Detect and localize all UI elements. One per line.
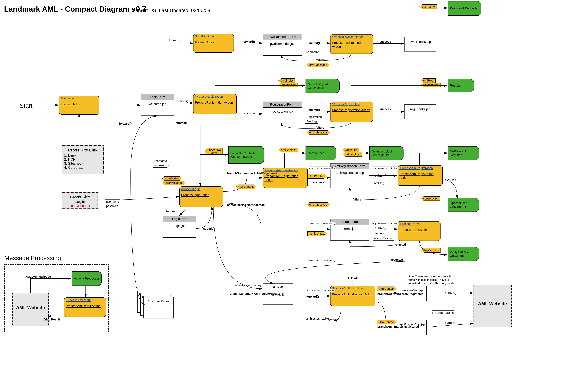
tag-loginstatus: loginStatus — [163, 176, 181, 181]
page-amlweb-l: AML Website — [12, 293, 49, 326]
form-amlreg: AmlRegistration Form amlRegistration .js… — [330, 163, 369, 188]
lbl-submit-login: submit() — [176, 121, 187, 125]
lbl-submit-aml: submit() — [375, 174, 386, 177]
action-prepreg: /PrepareRegistration PrepareRegistration… — [193, 94, 237, 114]
lbl-xmlres: XML Result — [44, 318, 60, 321]
action-procterms-path: /ProcessTerms — [398, 221, 440, 226]
tag-username-w: username — [304, 50, 322, 54]
tag-industry1: IndustryList — [278, 83, 298, 87]
csl-item-2: 3. Sitecheck — [64, 161, 101, 165]
section-msg-proc: Message Processing — [4, 255, 61, 262]
form-terms-hdr: TermsForm — [330, 219, 369, 225]
svc-getcontact: GetContact — [305, 146, 336, 160]
form-reg: RegistrationForm registration.jsp — [263, 102, 302, 123]
tag-amlcontactterms: AmlContactTerms — [205, 148, 223, 155]
action-pwdrem-name: ForwardAction — [193, 39, 234, 46]
diagram-author: Author: DS, Last Updated: 02/06/08 — [132, 8, 210, 13]
action-prepinstr-path: /PrepareAmlInstruction — [330, 286, 375, 291]
form-login-hdr: LoginForm — [141, 94, 174, 100]
cslogin-title: Cross Site Login — [64, 195, 95, 204]
tag-amlcontact6: AmlContact — [377, 287, 397, 291]
tag-contactkey: contactKey — [421, 196, 440, 201]
lbl-fwd5: forward() — [306, 295, 319, 298]
action-procamlres-name: ProcessAmlResultAction — [64, 302, 106, 310]
cookie-get-2: <<get-cookie>> contactKey — [371, 222, 399, 225]
lbl-httpget: HTTP GET — [345, 276, 360, 280]
page-pwdthanks: pwdThanks.jsp — [404, 37, 436, 51]
svc-upduser: UpdateUser GetContact — [448, 198, 479, 212]
lbl-fwd-pwd: forward() — [169, 38, 181, 42]
action-procamlres: /ProcessAmlResult ProcessAmlResultAction — [64, 297, 106, 317]
svc-pwdrem: Password Reminder — [448, 1, 481, 16]
action-procaml-path: /ProcessAmlRegistration — [398, 166, 442, 170]
form-pwdrem: PwdReminderForm pwdReminder.jsp — [263, 34, 302, 56]
diagram-title: Landmark AML - Compact Diagram v0.7 — [4, 5, 146, 13]
form-login2-body: login.jsp — [163, 222, 196, 232]
cslogin-descoped: DE-SCOPED — [64, 204, 95, 208]
lbl-fwd4: forward() — [119, 122, 132, 125]
action-prepreg-path: /PrepareRegistration — [193, 94, 236, 99]
form-terms-body: terms.jsp — [330, 225, 369, 235]
lbl-branchNotAml: branchNot AmlSearch Registered — [377, 292, 423, 296]
tag-amlcontact1: AmlContact — [278, 148, 298, 152]
tag-reg-w: Registration — [304, 115, 324, 119]
action-procreg-name: ProcessRegistration Action — [330, 106, 373, 114]
note-hidden-forms: Note: These two pages contain HTML forms… — [408, 275, 460, 285]
form-pwdrem-body: pwdReminder.jsp — [263, 40, 302, 50]
svc-getind2: GetIndustryList GetOriginList — [369, 146, 403, 160]
tag-iframeparams: IFRAME Params — [430, 311, 456, 315]
tag-origin2: OriginList — [342, 148, 359, 152]
action-procterms-name: ProcessTermsAction — [398, 226, 440, 234]
form-amlreg-body: amlRegistration .jsp — [330, 169, 369, 179]
lbl-fail-reg: failure — [316, 126, 324, 129]
form-login-body: welcome.jsp — [141, 100, 174, 110]
action-procreg-path: /ProcessRegistration — [330, 102, 373, 106]
lbl-fail-aml: failure — [353, 198, 362, 201]
form-login2-hdr: LoginForm — [163, 216, 196, 222]
lbl-success-reg0: success — [244, 111, 255, 115]
form-reg-body: registration.jsp — [263, 108, 302, 117]
tag-password-w: password — [152, 163, 169, 168]
action-procterms: /ProcessTerms ProcessTermsAction — [398, 221, 441, 241]
action-procpwd-path: /ProcessPwdReminder — [330, 35, 373, 39]
lbl-branchnot: branchNotLandmark AmlRegistered — [227, 172, 277, 175]
action-welcome-path: /Welcome — [59, 96, 99, 101]
page-amljsp-title: aml.jsp — [263, 284, 293, 292]
form-login: LoginForm welcome.jsp — [141, 94, 174, 116]
action-procpwd-name: ProcessPwdReminder Action — [330, 39, 373, 51]
tag-amlcontact5: AmlContact — [421, 248, 441, 253]
tag-password-w2: password — [104, 204, 121, 208]
lbl-amlsys: amlSystemProb — [322, 317, 344, 321]
tag-username-w2: username — [152, 159, 169, 163]
lbl-submit-login2: submit() — [203, 227, 215, 231]
page-amlsysprob: amlSystemProb.jsp — [303, 314, 334, 329]
action-welcome-name: ForwardAction — [59, 101, 99, 108]
form-reg-hdr: RegistrationForm — [263, 102, 302, 108]
lbl-submit-reg: submit() — [308, 108, 320, 112]
tag-errmsg3: errorMessage — [163, 181, 185, 185]
action-prepinstr-name: PrepareAmlInstruction Action — [330, 291, 375, 299]
form-amlreg-hdr: AmlRegistration Form — [330, 163, 369, 169]
lbl-branchland: branchLandmark AmlRegistered — [230, 292, 274, 295]
form-pwdrem-hdr: PwdReminderForm — [263, 34, 302, 40]
lbl-success-aml2: success — [445, 178, 456, 181]
lbl-success-pwd: success — [380, 40, 391, 43]
form-terms: TermsForm terms.jsp — [330, 219, 369, 241]
page-brochure: Brochure Pages — [143, 297, 174, 318]
svc-actproc: Activity Processor — [72, 271, 102, 286]
tag-amlcontact3: AmlContact — [307, 174, 327, 179]
lbl-branchAmlS: branchAml Search Registered — [377, 325, 419, 328]
tag-amlcontact4: AmlContact — [307, 231, 327, 236]
cookie-set-1: <<set-cookie>> contactKey — [308, 167, 336, 170]
action-proclogin-name: ProcessLoginAction — [180, 191, 223, 199]
cookie-get-1: <<get-cookie>> contactKey — [371, 167, 399, 170]
tag-username-top: username — [420, 4, 437, 9]
note-cross-site-link: Cross Site Link 1. Elmo 2. HCP 3. Sitech… — [62, 145, 104, 174]
tag-amlreg-w2: AmlReg — [372, 181, 386, 185]
lbl-fwd-reg: forward() — [176, 99, 188, 103]
lbl-rejected: rejected — [395, 243, 406, 246]
svc-logingc: Login GetContact-WithTermsCheck — [228, 146, 264, 164]
tag-registration: Registration — [421, 83, 441, 87]
csl-item-0: 1. Elmo — [64, 153, 101, 157]
tag-amlreg-w: AmlReg — [304, 119, 319, 124]
